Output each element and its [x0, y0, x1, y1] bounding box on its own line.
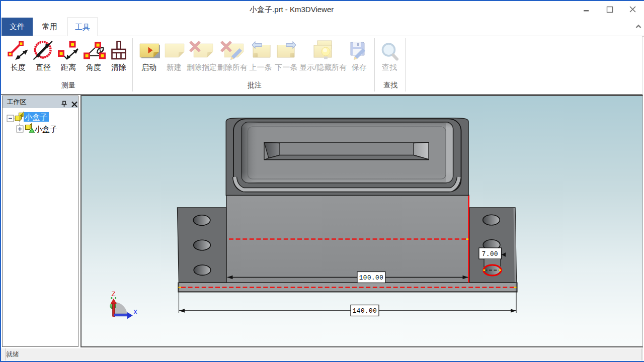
svg-text:7.00: 7.00	[482, 251, 498, 258]
svg-text:140.00: 140.00	[353, 308, 377, 315]
svg-text:Z: Z	[111, 291, 115, 298]
svg-text:X: X	[133, 309, 137, 316]
svg-text:100.00: 100.00	[359, 275, 384, 282]
